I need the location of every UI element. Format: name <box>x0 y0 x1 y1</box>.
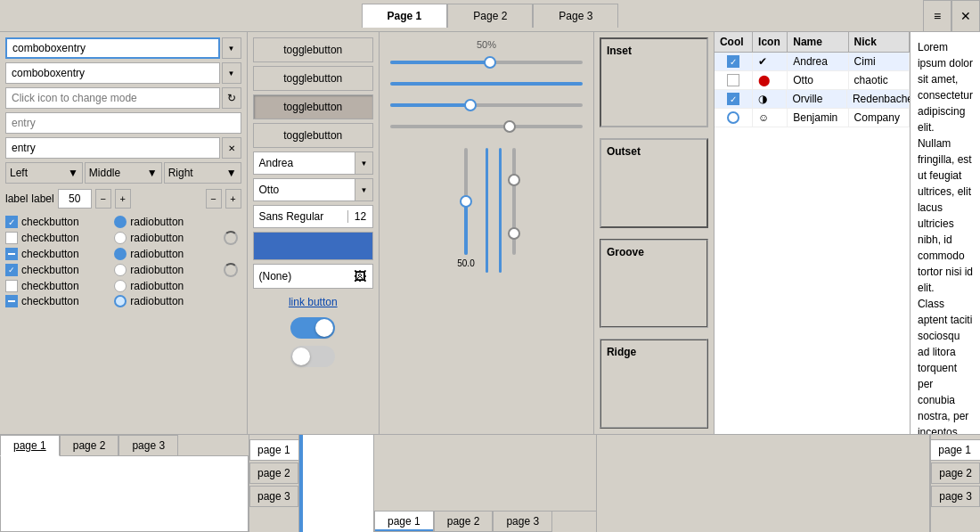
nb3-tab3[interactable]: page 3 <box>493 512 552 532</box>
table-row-orville[interactable]: ✓ ◑ Orville Redenbacher <box>715 90 910 109</box>
toggle-switch2[interactable] <box>290 346 335 367</box>
spin2-minus[interactable]: − <box>206 189 222 209</box>
radio1-label: radiobutton <box>130 216 184 228</box>
vslider3-track[interactable] <box>499 148 502 273</box>
outset-label: Outset <box>607 145 701 158</box>
groove-box: Groove <box>600 239 708 329</box>
reload-icon[interactable]: ↻ <box>222 87 241 109</box>
combobox2-input[interactable] <box>5 62 220 84</box>
checkbox4[interactable]: ✓ checkbutton <box>5 264 110 276</box>
entry-icon-input[interactable] <box>5 87 220 109</box>
spin2-plus[interactable]: + <box>225 189 241 209</box>
nb3-tab2[interactable]: page 2 <box>434 512 494 532</box>
table-row-benjamin[interactable]: ☺ Benjamin Company <box>715 109 910 127</box>
vslider4-thumb2[interactable] <box>508 227 520 240</box>
close-button[interactable]: ✕ <box>951 0 980 32</box>
tab-page1[interactable]: Page 1 <box>362 4 448 28</box>
vslider1-track[interactable] <box>464 148 468 255</box>
nb4-tab1[interactable]: page 1 <box>931 439 980 461</box>
radio2[interactable]: radiobutton <box>114 232 219 244</box>
top-tabs: Page 1 Page 2 Page 3 <box>362 4 619 28</box>
nb1-tab1[interactable]: page 1 <box>0 435 60 456</box>
checkbox1-icon: ✓ <box>5 216 18 228</box>
tab-page2[interactable]: Page 2 <box>447 4 533 28</box>
checkbox6[interactable]: checkbutton <box>5 295 110 307</box>
combobox1-input[interactable] <box>5 37 220 59</box>
benjamin-icon: ☺ <box>753 109 788 127</box>
radio5[interactable]: radiobutton <box>114 280 219 292</box>
combobox1-arrow[interactable]: ▼ <box>222 37 241 59</box>
image-icon[interactable]: 🖼 <box>347 269 372 283</box>
nb1-tab2[interactable]: page 2 <box>60 435 119 456</box>
toggle-btn4[interactable]: togglebutton <box>253 123 373 148</box>
link-button[interactable]: link button <box>289 292 338 312</box>
checkbox5[interactable]: checkbutton <box>5 280 110 292</box>
clear-icon[interactable]: ✕ <box>222 137 241 159</box>
toggle-switch1[interactable] <box>290 317 335 339</box>
radio4-label: radiobutton <box>130 264 184 276</box>
nb2-tab1[interactable]: page 1 <box>249 439 298 461</box>
radio1[interactable]: radiobutton <box>114 216 219 228</box>
toggle-btn2[interactable]: togglebutton <box>253 66 373 91</box>
andrea-icon-glyph: ✔ <box>758 55 767 68</box>
lorem-text: Lorem ipsum dolor sit amet, consectetur … <box>918 39 973 434</box>
nb3-tab1[interactable]: page 1 <box>374 512 434 532</box>
hslider4-thumb[interactable] <box>503 120 516 133</box>
groove-label: Groove <box>607 246 701 258</box>
nb4-tab3[interactable]: page 3 <box>931 486 980 507</box>
checkbox5-icon <box>5 280 18 292</box>
none-row: (None) 🖼 <box>253 264 373 289</box>
otto-icon: ⬤ <box>753 71 788 89</box>
toggle-btn1[interactable]: togglebutton <box>253 37 373 62</box>
menu-button[interactable]: ≡ <box>923 0 951 32</box>
entry1-input[interactable] <box>5 112 241 134</box>
hslider2-track[interactable] <box>387 77 586 91</box>
nb2-tab2[interactable]: page 2 <box>249 462 298 484</box>
nb1-tab3[interactable]: page 3 <box>118 435 178 456</box>
vslider1-thumb[interactable] <box>460 195 472 208</box>
checkbox1[interactable]: ✓ checkbutton <box>5 216 110 228</box>
combo-otto[interactable]: Otto ▼ <box>253 178 373 201</box>
combo-andrea[interactable]: Andrea ▼ <box>253 151 373 175</box>
radio3[interactable]: radiobutton <box>114 248 219 260</box>
table-row-andrea[interactable]: ✓ ✔ Andrea Cimi <box>715 53 910 71</box>
radio3-icon <box>114 248 127 260</box>
bottom-nb1-tabs: page 1 page 2 page 3 <box>0 435 249 456</box>
table-row-otto[interactable]: ⬤ Otto chaotic <box>715 71 910 90</box>
andrea-cool-check: ✓ <box>727 55 739 68</box>
hslider2-fill <box>390 82 583 86</box>
entry2-input[interactable] <box>5 137 220 159</box>
benjamin-cool <box>715 109 753 127</box>
radio6[interactable]: radiobutton <box>114 295 219 307</box>
combo-andrea-arrow: ▼ <box>355 152 372 174</box>
col-cool-header: Cool <box>715 32 753 52</box>
vslider4-track[interactable] <box>512 148 516 255</box>
sliders-panel: 50% <box>380 32 594 434</box>
nb4-tab2[interactable]: page 2 <box>931 462 980 484</box>
radio4[interactable]: radiobutton <box>114 264 219 276</box>
checkbox3[interactable]: checkbutton <box>5 248 110 260</box>
dropdown-left[interactable]: Left ▼ <box>5 162 83 184</box>
dropdown-middle[interactable]: Middle ▼ <box>85 162 162 184</box>
checkbox2[interactable]: checkbutton <box>5 232 110 244</box>
spinner1 <box>224 231 238 245</box>
vslider4-thumb1[interactable] <box>508 174 520 186</box>
hslider4-track[interactable] <box>387 119 586 134</box>
color-button[interactable] <box>253 232 373 260</box>
otto-name: Otto <box>788 71 848 89</box>
spin-minus[interactable]: − <box>95 189 111 209</box>
hslider3-thumb[interactable] <box>464 99 477 111</box>
spin-plus[interactable]: + <box>115 189 131 209</box>
combobox2-arrow[interactable]: ▼ <box>222 62 241 84</box>
dropdown-right[interactable]: Right ▼ <box>164 162 241 184</box>
hslider1-thumb[interactable] <box>484 56 496 69</box>
hslider3-track[interactable] <box>387 98 586 112</box>
vslider2-wrap <box>486 148 488 291</box>
vslider2-track[interactable] <box>486 148 488 273</box>
radio6-label: radiobutton <box>130 295 184 307</box>
hslider1-track[interactable] <box>387 55 586 70</box>
toggle-btn3[interactable]: togglebutton <box>253 94 373 119</box>
tab-page3[interactable]: Page 3 <box>533 4 618 28</box>
hslider4-bg <box>390 125 583 128</box>
nb2-tab3[interactable]: page 3 <box>249 486 298 507</box>
